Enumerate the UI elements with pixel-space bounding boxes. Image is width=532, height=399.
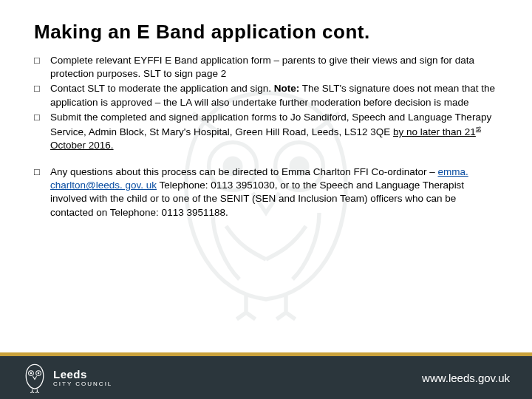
logo-city: Leeds [53,369,112,380]
footer-url: www.leeds.gov.uk [422,372,510,384]
bullet-text: Complete relevant EYFFI E Band applicati… [50,54,498,81]
bullet-list: □Complete relevant EYFFI E Band applicat… [34,54,498,219]
bullet-text: Submit the completed and signed applicat… [50,111,498,152]
logo: Leeds CITY COUNCIL [22,362,112,393]
bullet-text: Contact SLT to moderate the application … [50,82,498,109]
owl-logo-icon [22,362,47,393]
bullet-item: □Complete relevant EYFFI E Band applicat… [34,54,498,81]
bullet-item: □Any questions about this process can be… [34,166,498,219]
checkbox-icon: □ [34,166,50,219]
bullet-text: Any questions about this process can be … [50,166,498,219]
logo-council: CITY COUNCIL [53,381,112,387]
footer-bar: Leeds CITY COUNCIL www.leeds.gov.uk [0,356,532,399]
bullet-item: □Submit the completed and signed applica… [34,111,498,152]
svg-point-6 [30,372,33,375]
checkbox-icon: □ [34,111,50,152]
footer: Leeds CITY COUNCIL www.leeds.gov.uk [0,352,532,399]
svg-point-7 [38,372,40,375]
page-title: Making an E Band application cont. [34,21,498,44]
bullet-item: □Contact SLT to moderate the application… [34,82,498,109]
checkbox-icon: □ [34,54,50,81]
checkbox-icon: □ [34,82,50,109]
